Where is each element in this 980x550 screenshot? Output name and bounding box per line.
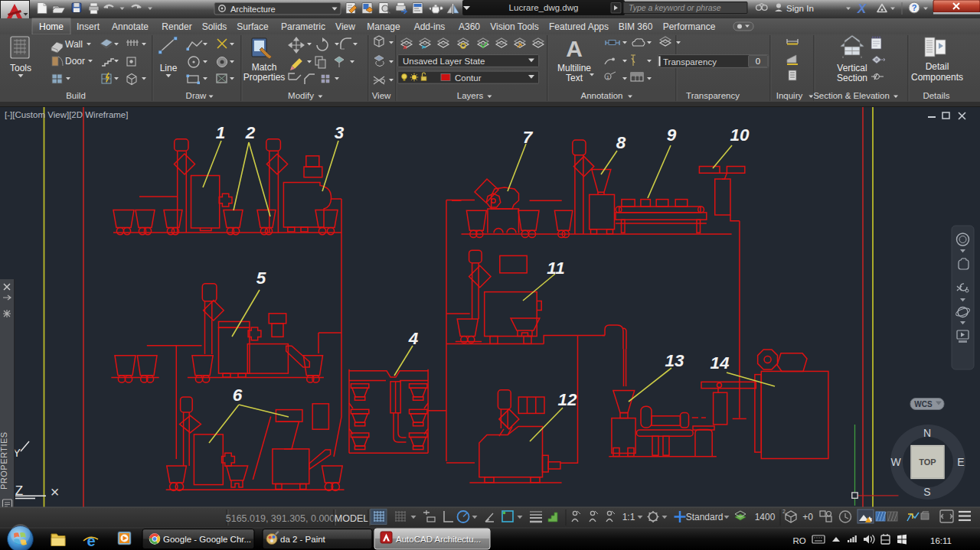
svg-text:Parametric: Parametric	[281, 21, 325, 32]
svg-text:e: e	[87, 532, 95, 549]
svg-text:Multiline: Multiline	[557, 63, 591, 73]
svg-text:4: 4	[408, 329, 419, 348]
svg-text:Details: Details	[923, 91, 949, 100]
svg-text:11: 11	[547, 259, 564, 278]
svg-text:6: 6	[233, 386, 243, 405]
svg-text:A360: A360	[459, 21, 480, 32]
svg-text:WCS: WCS	[914, 400, 933, 408]
svg-text:16:11: 16:11	[930, 536, 952, 545]
svg-text:×: ×	[51, 483, 60, 500]
svg-text:Home: Home	[39, 21, 64, 32]
svg-text:2: 2	[782, 509, 786, 514]
svg-text:Solids: Solids	[202, 21, 227, 32]
svg-text:Architecture: Architecture	[230, 5, 276, 14]
svg-text:Inquiry: Inquiry	[776, 91, 803, 100]
svg-text:Components: Components	[911, 72, 963, 83]
svg-text:Standard: Standard	[686, 512, 724, 522]
svg-text:Tools: Tools	[10, 63, 31, 73]
svg-text:RO: RO	[792, 536, 805, 545]
svg-text:TOP: TOP	[919, 457, 936, 467]
svg-text:Surface: Surface	[237, 21, 269, 32]
svg-text:Z: Z	[15, 483, 23, 498]
svg-text:7: 7	[523, 128, 534, 147]
svg-text:[-][Custom View][2D Wireframe]: [-][Custom View][2D Wireframe]	[5, 110, 128, 119]
svg-text:X: X	[857, 2, 867, 16]
svg-text:14: 14	[710, 353, 730, 373]
svg-text:5165.019, 391.305, 0.000: 5165.019, 391.305, 0.000	[226, 513, 335, 524]
svg-text:Vision Tools: Vision Tools	[490, 21, 539, 32]
svg-text:Line: Line	[160, 63, 178, 73]
svg-text:Google - Google Chr...: Google - Google Chr...	[163, 535, 251, 544]
svg-text:Vertical: Vertical	[837, 63, 867, 73]
svg-text:Performance: Performance	[663, 21, 716, 32]
svg-text:Build: Build	[66, 91, 86, 100]
svg-text:PROPERTIES: PROPERTIES	[0, 431, 8, 490]
svg-text:Text: Text	[566, 73, 583, 83]
svg-text:da 2 - Paint: da 2 - Paint	[280, 535, 326, 544]
svg-text:9: 9	[667, 125, 677, 145]
svg-text:!: !	[871, 517, 872, 522]
svg-text:1: 1	[216, 123, 226, 142]
svg-text:3: 3	[335, 123, 345, 142]
svg-text:Layers: Layers	[457, 91, 484, 100]
svg-text:Section & Elevation: Section & Elevation	[813, 91, 890, 100]
svg-text:13: 13	[665, 351, 684, 370]
svg-text:BIM 360: BIM 360	[619, 21, 653, 32]
svg-text:E: E	[957, 456, 964, 468]
svg-text:1400: 1400	[755, 512, 776, 522]
svg-text:S: S	[923, 486, 930, 498]
svg-text:10: 10	[730, 125, 750, 145]
svg-text:Draw: Draw	[186, 91, 207, 100]
svg-text:Featured Apps: Featured Apps	[549, 21, 609, 32]
svg-text:0: 0	[756, 57, 760, 66]
svg-text:Insert: Insert	[77, 21, 100, 32]
svg-text:Contur: Contur	[455, 73, 482, 83]
svg-text:Type a keyword or phrase: Type a keyword or phrase	[629, 3, 721, 12]
svg-text:N: N	[923, 427, 931, 439]
svg-text:AutoCAD Architectu...: AutoCAD Architectu...	[396, 535, 481, 544]
svg-text:Render: Render	[162, 21, 191, 32]
svg-text:Modify: Modify	[288, 91, 314, 100]
svg-text:A: A	[566, 36, 583, 61]
svg-text:Lucrare_dwg.dwg: Lucrare_dwg.dwg	[509, 3, 579, 12]
svg-text:Sign In: Sign In	[786, 4, 814, 13]
svg-text:+0: +0	[802, 512, 813, 522]
svg-text:8: 8	[616, 133, 626, 152]
svg-text:Detail: Detail	[926, 61, 949, 72]
svg-text:Wall: Wall	[65, 39, 83, 50]
svg-text:Manage: Manage	[367, 21, 400, 32]
svg-text:2: 2	[245, 123, 256, 142]
svg-text:Unsaved Layer State: Unsaved Layer State	[403, 57, 485, 66]
svg-text:5: 5	[256, 268, 266, 288]
svg-text:Annotation: Annotation	[581, 91, 623, 100]
svg-text:View: View	[335, 21, 355, 32]
svg-text:Transparency: Transparency	[686, 91, 740, 100]
svg-text:W: W	[890, 456, 901, 468]
svg-text:Annotate: Annotate	[112, 21, 149, 32]
svg-text:Section: Section	[837, 73, 867, 83]
svg-text:Match: Match	[252, 62, 277, 73]
svg-text:12: 12	[557, 390, 577, 409]
svg-text:1:1: 1:1	[622, 512, 635, 522]
svg-text:Add-ins: Add-ins	[414, 21, 446, 32]
svg-text:Properties: Properties	[243, 72, 286, 83]
svg-text:?: ?	[912, 3, 917, 12]
svg-text:View: View	[372, 91, 391, 100]
svg-text:Transparency: Transparency	[663, 57, 717, 67]
svg-text:MODEL: MODEL	[335, 513, 369, 524]
svg-text:Door: Door	[65, 56, 85, 67]
